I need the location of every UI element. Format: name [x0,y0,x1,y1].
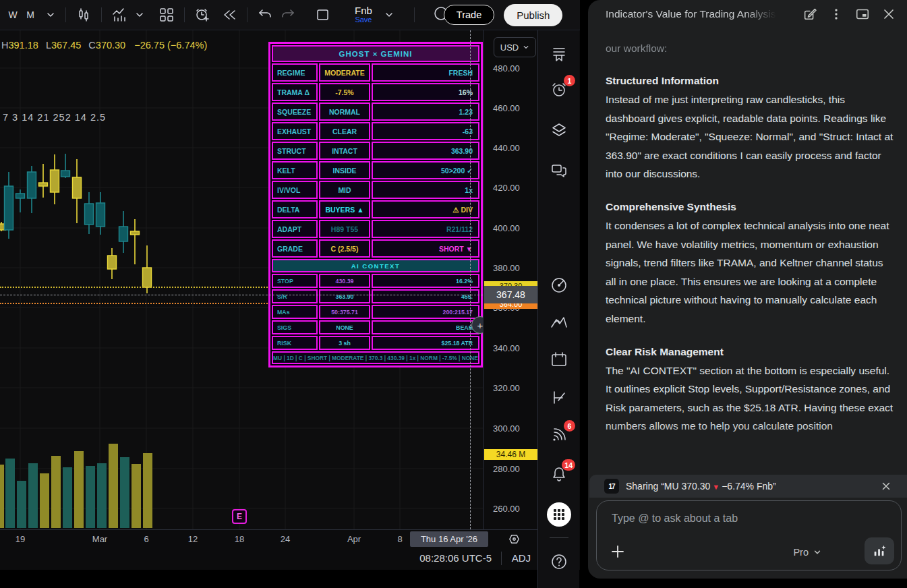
panel-row: MAs50:375.71200:215.17 [272,305,479,319]
watchlist-icon [550,45,568,63]
panel-row-label: TRAMA Δ [272,83,318,101]
panel-row: DELTABUYERS ▲⚠ DIV [272,200,479,218]
earnings-marker[interactable]: E [232,509,247,524]
chat-section-heading: Structured Information [606,75,895,87]
panel-row-secondary: BEAR [372,320,479,334]
attach-button[interactable] [608,541,628,562]
panel-row-value: INSIDE [319,161,370,179]
screener-button[interactable] [549,275,569,295]
ghost-gemini-panel[interactable]: GHOST × GEMINI REGIMEMODERATEFRESHTRAMA … [268,42,483,368]
axis-settings-button[interactable] [506,531,522,547]
toolbar-divider [414,7,415,22]
rectangle-icon [315,7,331,23]
undo-button[interactable] [254,4,276,26]
panel-row-value: NORMAL [319,102,370,121]
more-options-button[interactable] [827,5,845,23]
object-tree-button[interactable] [549,120,569,140]
panel-row-label: STOP [272,274,318,288]
currency-selector[interactable]: USD [494,37,536,57]
indicators-icon [111,7,127,23]
crosshair-date-label: Thu 16 Apr '26 [410,531,488,547]
time-tick-label: 12 [188,534,198,544]
close-panel-button[interactable] [880,5,898,23]
chat-section-body: The "AI CONTEXT" section at the bottom i… [606,361,895,436]
prompt-input[interactable]: Type @ to ask about a tab Pro [596,500,902,570]
timeframe-week-button[interactable]: W [4,4,22,26]
drawing-tool-button[interactable] [549,388,569,408]
timeframe-menu-button[interactable] [42,4,59,26]
panel-row: GRADEC (2.5/5)SHORT ▼ [272,239,479,258]
chat-button[interactable] [549,160,569,181]
price-tick-label: 380.00 [493,263,520,273]
open-in-window-button[interactable] [854,5,871,23]
ideas-button[interactable] [549,312,569,332]
panel-row-secondary: 1x [372,181,479,199]
snapshot-button[interactable] [312,4,334,26]
chart-toolbar: W M [0,0,580,30]
timeframe-month-button[interactable]: M [22,4,39,26]
compose-icon [802,7,817,22]
kebab-menu-icon [829,7,843,21]
sharing-text: Sharing “MU 370.30▼−6.74% Fnb” [626,481,776,492]
price-tick-label: 420.00 [493,183,520,193]
panel-row-secondary: FRESH [372,63,479,82]
status-bar: 08:28:06 UTC-5 ADJ [0,548,537,570]
panel-row-secondary: 16.2% [372,274,479,288]
sharing-close-button[interactable] [880,480,892,492]
toolbar-divider [247,7,247,22]
message-sections: Structured InformationInstead of me just… [606,75,895,436]
notifications-button[interactable]: 14 [549,464,569,484]
alert-clock-plus-icon [194,7,210,23]
panel-row-label: REGIME [272,63,318,82]
panel-row: RISK3 sh$25.18 ATR [272,336,479,350]
adjusted-data-toggle[interactable]: ADJ [512,552,531,564]
indicators-button[interactable] [108,4,131,26]
publish-button[interactable]: Publish [504,4,562,26]
calendar-button[interactable] [549,349,569,370]
sidebar-divider [550,537,568,538]
time-axis[interactable]: 19Mar6121824Apr8 Thu 16 Apr '26 [0,529,537,548]
panel-row-secondary: 200:215.17 [372,305,479,319]
currency-label: USD [500,42,519,53]
picture-in-picture-icon [855,7,870,22]
panel-footer: MU | 1D | C | SHORT | MODERATE | 370.3 |… [272,351,479,364]
watchlist-button[interactable] [549,44,569,64]
mountain-ideas-icon [550,313,568,332]
bar-replay-button[interactable] [218,4,241,26]
trade-button[interactable]: Trade [444,5,494,25]
help-button[interactable] [549,552,569,572]
streams-button[interactable]: 6 [549,425,569,445]
apps-menu-button[interactable] [547,502,571,527]
question-mark-icon [550,553,568,570]
alerts-button[interactable]: 1 [549,80,569,100]
layout-grid-button[interactable] [155,4,178,26]
gauge-icon [550,276,568,295]
sharing-context-bar: 17 Sharing “MU 370.30▼−6.74% Fnb” [589,475,907,498]
chart-style-button[interactable] [72,4,95,26]
panel-row-value: MODERATE [319,63,370,82]
panel-rows: REGIMEMODERATEFRESHTRAMA Δ-7.5%16%SQUEEZ… [272,63,479,258]
redo-button[interactable] [276,4,299,26]
model-selector[interactable]: Pro [793,547,821,558]
chevron-down-icon [135,10,144,20]
price-axis[interactable]: USD 480.00460.00440.00420.00400.00380.00… [483,30,537,529]
gemini-side-panel: Indicator's Value for Trading Analysis [580,0,907,588]
tradingview-logo: 17 [604,479,619,494]
price-tick-label: 300.00 [493,423,520,434]
chart-area[interactable]: H391.18 L367.45 C370.30 −26.75 (−6.74%) … [0,30,483,529]
chevron-down-icon [46,10,55,20]
new-chat-button[interactable] [801,5,819,23]
indicators-menu-button[interactable] [131,4,148,26]
layout-menu-button[interactable] [380,4,398,26]
panel-row: EXHAUSTCLEAR-63 [272,122,479,140]
price-tick-label: 340.00 [493,343,520,353]
panel-row: IV/VOLMID1x [272,181,479,199]
panel-row-secondary: ⚠ DIV [372,200,479,218]
panel-row-value: 3 sh [319,336,370,350]
panel-row-secondary: $25.18 ATR [372,336,479,350]
create-alert-button[interactable] [191,4,214,26]
chevron-down-icon [384,10,394,20]
sparkle-chart-icon [872,543,887,558]
layout-save-control[interactable]: Fnb Save [355,5,372,24]
insights-button[interactable] [865,537,894,564]
